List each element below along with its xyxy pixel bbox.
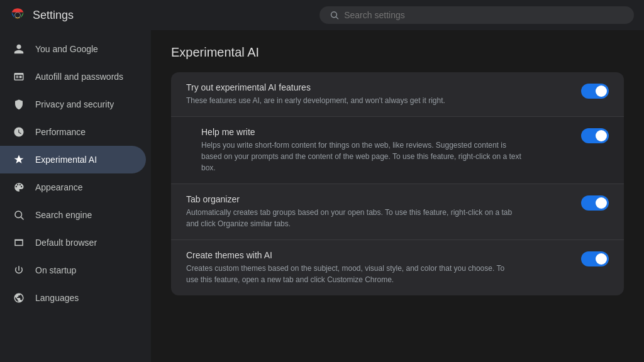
svg-point-4: [15, 211, 22, 218]
main-layout: You and Google Autofill and passwords Pr…: [0, 30, 644, 362]
search-icon: [330, 10, 339, 20]
feature-title: Tab organizer: [186, 194, 571, 204]
feature-desc: Creates custom themes based on the subje…: [186, 263, 513, 285]
feature-content: Help me write Helps you write short-form…: [201, 127, 571, 173]
features-card: Try out experimental AI features These f…: [171, 72, 624, 295]
sidebar-item-label: Performance: [35, 127, 86, 137]
sidebar-item-label: Search engine: [35, 210, 92, 220]
feature-content: Tab organizer Automatically creates tab …: [186, 194, 571, 229]
sidebar-item-experimental-ai[interactable]: Experimental AI: [0, 146, 146, 173]
feature-desc: These features use AI, are in early deve…: [186, 95, 513, 106]
sidebar-item-label: On startup: [35, 265, 76, 275]
svg-line-5: [21, 217, 23, 219]
sidebar-item-label: Appearance: [35, 182, 83, 192]
chrome-logo-icon: [10, 8, 25, 23]
feature-row-tab-organizer: Tab organizer Automatically creates tab …: [171, 184, 624, 240]
sidebar-item-autofill[interactable]: Autofill and passwords: [0, 63, 146, 90]
shield-icon: [13, 98, 25, 111]
person-icon: [13, 43, 25, 55]
feature-content: Try out experimental AI features These f…: [186, 82, 571, 106]
sidebar-item-default-browser[interactable]: Default browser: [0, 229, 146, 256]
section-title: Experimental AI: [171, 45, 624, 60]
toggle-try-experimental[interactable]: [581, 84, 609, 99]
sidebar-item-label: Languages: [35, 293, 79, 303]
sidebar: You and Google Autofill and passwords Pr…: [0, 30, 151, 362]
sidebar-item-languages[interactable]: Languages: [0, 284, 146, 312]
browser-icon: [13, 236, 25, 249]
speed-icon: [13, 126, 25, 138]
toggle-tab-organizer[interactable]: [581, 195, 609, 211]
feature-desc: Helps you write short-form content for t…: [201, 140, 528, 173]
sidebar-item-label: Default browser: [35, 238, 97, 248]
feature-row-help-me-write: Help me write Helps you write short-form…: [171, 117, 624, 184]
toggle-create-themes[interactable]: [581, 251, 609, 266]
sidebar-item-label: You and Google: [35, 44, 98, 54]
feature-title: Try out experimental AI features: [186, 82, 571, 92]
feature-title: Create themes with AI: [186, 250, 571, 260]
sidebar-item-performance[interactable]: Performance: [0, 118, 146, 146]
feature-row-create-themes: Create themes with AI Creates custom the…: [171, 240, 624, 295]
svg-point-1: [15, 13, 20, 18]
feature-row-try-experimental: Try out experimental AI features These f…: [171, 72, 624, 117]
svg-point-2: [331, 12, 337, 18]
palette-icon: [13, 181, 25, 194]
sidebar-item-label: Autofill and passwords: [35, 72, 123, 82]
sidebar-item-on-startup[interactable]: On startup: [0, 256, 146, 284]
badge-icon: [13, 70, 25, 83]
search-input[interactable]: [344, 10, 624, 20]
sidebar-item-label: Experimental AI: [35, 155, 97, 165]
globe-icon: [13, 292, 25, 304]
content-area: Experimental AI Try out experimental AI …: [151, 30, 644, 362]
page-title: Settings: [33, 9, 74, 22]
power-icon: [13, 264, 25, 277]
search-sidebar-icon: [13, 209, 25, 221]
search-bar[interactable]: [319, 6, 634, 24]
header: Settings: [0, 0, 644, 30]
sidebar-item-label: Privacy and security: [35, 99, 114, 109]
toggle-help-me-write[interactable]: [581, 128, 609, 143]
feature-content: Create themes with AI Creates custom the…: [186, 250, 571, 285]
sidebar-item-privacy[interactable]: Privacy and security: [0, 90, 146, 118]
sidebar-item-appearance[interactable]: Appearance: [0, 173, 146, 201]
feature-title: Help me write: [201, 127, 571, 137]
feature-desc: Automatically creates tab groups based o…: [186, 207, 513, 229]
sidebar-item-you-and-google[interactable]: You and Google: [0, 35, 146, 63]
sidebar-item-search-engine[interactable]: Search engine: [0, 201, 146, 229]
svg-line-3: [336, 17, 338, 19]
diamond-icon: [13, 153, 25, 166]
